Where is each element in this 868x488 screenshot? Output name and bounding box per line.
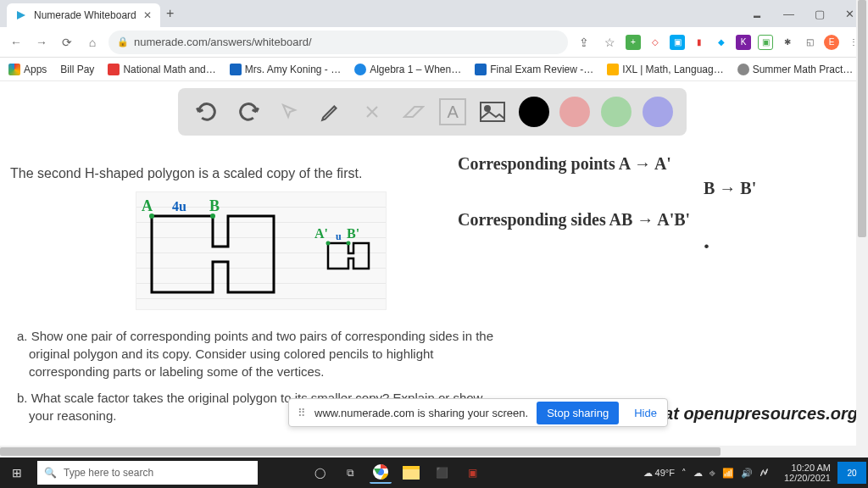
apps-icon bbox=[8, 64, 20, 75]
apps-button[interactable]: Apps bbox=[8, 64, 47, 75]
action-center-button[interactable]: 20 bbox=[837, 462, 866, 484]
color-purple[interactable] bbox=[643, 97, 673, 127]
bookmark-item[interactable]: Summer Math Pract… bbox=[737, 64, 854, 75]
tray-icon[interactable]: ⎆ bbox=[709, 468, 715, 478]
stop-sharing-button[interactable]: Stop sharing bbox=[537, 402, 619, 424]
color-green[interactable] bbox=[601, 97, 632, 127]
undo-button[interactable] bbox=[192, 97, 222, 127]
bookmark-item[interactable]: Final Exam Review -… bbox=[475, 64, 593, 75]
app-icon[interactable]: ▣ bbox=[461, 462, 483, 484]
bookmarks-bar: Apps Bill Pay National Math and… Mrs. Am… bbox=[0, 58, 868, 81]
ext-icon-5[interactable]: ◆ bbox=[714, 35, 729, 50]
onedrive-icon[interactable]: ☁ bbox=[693, 468, 703, 479]
ext-icon-1[interactable]: + bbox=[626, 35, 641, 50]
ext-icon-3[interactable]: ▣ bbox=[670, 35, 685, 50]
search-icon: 🔍 bbox=[44, 467, 57, 479]
bookmark-favicon bbox=[108, 64, 120, 75]
taskbar-search[interactable]: 🔍 Type here to search bbox=[37, 461, 258, 485]
handwriting-area: Corresponding points A → A' B → B' Corre… bbox=[458, 154, 848, 252]
battery-icon[interactable]: 🗲 bbox=[760, 468, 769, 478]
extensions-menu-icon[interactable]: ✱ bbox=[780, 35, 795, 50]
cortana-button[interactable]: ⧉ bbox=[339, 462, 361, 484]
window-close-icon[interactable]: ✕ bbox=[845, 8, 854, 20]
address-bar[interactable]: 🔒 numerade.com/answers/whiteboard/ bbox=[108, 30, 568, 54]
windows-taskbar: ⊞ 🔍 Type here to search ◯ ⧉ ⬛ ▣ ☁ 49°F ˄… bbox=[0, 458, 868, 488]
bookmark-item[interactable]: Mrs. Amy Koning - … bbox=[230, 64, 341, 75]
svg-point-3 bbox=[149, 214, 154, 219]
svg-rect-10 bbox=[403, 469, 420, 480]
whiteboard-toolbar: A bbox=[178, 88, 687, 136]
text-tool[interactable]: A bbox=[439, 98, 466, 125]
label-Bprime: B' bbox=[347, 226, 359, 241]
hand-line-2: B → B' bbox=[458, 179, 848, 198]
color-black[interactable] bbox=[519, 97, 549, 127]
horizontal-scrollbar[interactable] bbox=[0, 446, 856, 458]
browser-titlebar: Numerade Whiteboard ✕ + 🗕 — ▢ ✕ bbox=[0, 0, 868, 27]
reload-button[interactable]: ⟳ bbox=[58, 36, 76, 49]
lock-icon: 🔒 bbox=[117, 36, 129, 47]
extension-icons: + ◇ ▣ ▮ ◆ K ▣ ✱ ◱ E ⋮ bbox=[626, 35, 861, 50]
color-red[interactable] bbox=[559, 97, 590, 127]
url-text: numerade.com/answers/whiteboard/ bbox=[134, 36, 312, 48]
image-tool[interactable] bbox=[477, 97, 508, 127]
bookmark-item[interactable]: Bill Pay bbox=[60, 64, 94, 75]
tab-title: Numerade Whiteboard bbox=[34, 9, 136, 21]
start-button[interactable]: ⊞ bbox=[0, 466, 34, 480]
tray-chevron-icon[interactable]: ˄ bbox=[682, 468, 687, 479]
back-button[interactable]: ← bbox=[7, 36, 25, 49]
url-bar: ← → ⟳ ⌂ 🔒 numerade.com/answers/whiteboar… bbox=[0, 27, 868, 58]
weather-widget[interactable]: ☁ 49°F bbox=[643, 468, 675, 479]
bookmark-item[interactable]: Algebra 1 – When… bbox=[354, 64, 461, 75]
tab-close-icon[interactable]: ✕ bbox=[143, 9, 152, 21]
home-button[interactable]: ⌂ bbox=[83, 36, 102, 49]
bookmark-favicon bbox=[737, 64, 749, 75]
question-intro: The second H-shaped polygon is a scaled … bbox=[10, 166, 362, 181]
window-minimize-down-icon[interactable]: — bbox=[783, 8, 794, 20]
profile-avatar[interactable]: E bbox=[824, 35, 839, 50]
diagram-area: A 4u B A' u B' bbox=[136, 191, 387, 310]
ext-icon-6[interactable]: K bbox=[736, 35, 751, 50]
taskbar-clock[interactable]: 10:20 AM 12/20/2021 bbox=[777, 463, 837, 483]
redo-button[interactable] bbox=[233, 97, 264, 127]
cast-icon[interactable]: ◱ bbox=[802, 35, 817, 50]
hand-line-1: Corresponding points A → A' bbox=[458, 154, 848, 174]
bookmark-favicon bbox=[230, 64, 242, 75]
explorer-icon[interactable] bbox=[400, 462, 422, 484]
volume-icon[interactable]: 🔊 bbox=[741, 468, 753, 479]
bookmark-item[interactable]: IXL | Math, Languag… bbox=[607, 64, 723, 75]
star-icon[interactable]: ☆ bbox=[600, 36, 619, 49]
svg-point-4 bbox=[210, 214, 215, 219]
pointer-tool[interactable] bbox=[275, 97, 305, 127]
tab-favicon bbox=[15, 9, 27, 21]
vertical-scrollbar[interactable] bbox=[856, 0, 868, 458]
task-view-button[interactable]: ◯ bbox=[309, 462, 331, 484]
scrollbar-thumb[interactable] bbox=[858, 0, 866, 237]
bookmark-favicon bbox=[607, 64, 619, 75]
hide-sharebar-button[interactable]: Hide bbox=[627, 407, 664, 419]
share-icon[interactable]: ⇪ bbox=[575, 36, 593, 49]
tools-button[interactable] bbox=[357, 97, 387, 127]
page-content: A The second H-shaped polygon is a scale… bbox=[0, 81, 868, 458]
window-maximize-icon[interactable]: ▢ bbox=[815, 8, 825, 20]
svg-point-5 bbox=[326, 241, 331, 246]
ext-icon-2[interactable]: ◇ bbox=[648, 35, 663, 50]
hand-line-3: Corresponding sides AB → A'B' bbox=[458, 210, 848, 230]
label-4u: 4u bbox=[172, 199, 186, 214]
scrollbar-thumb[interactable] bbox=[0, 447, 721, 456]
browser-tab[interactable]: Numerade Whiteboard ✕ bbox=[7, 3, 160, 27]
share-grip-icon[interactable]: ⠿ bbox=[298, 407, 306, 419]
label-A: A bbox=[142, 197, 153, 214]
store-icon[interactable]: ⬛ bbox=[431, 462, 453, 484]
bookmark-item[interactable]: National Math and… bbox=[108, 64, 215, 75]
window-minimize-icon[interactable]: 🗕 bbox=[752, 8, 763, 20]
ext-icon-7[interactable]: ▣ bbox=[758, 35, 773, 50]
pen-tool[interactable] bbox=[315, 97, 346, 127]
wifi-icon[interactable]: 📶 bbox=[722, 468, 734, 479]
share-message: www.numerade.com is sharing your screen. bbox=[314, 407, 528, 419]
label-Aprime: A' bbox=[314, 226, 328, 241]
chrome-icon[interactable] bbox=[370, 462, 392, 484]
new-tab-button[interactable]: + bbox=[160, 6, 181, 21]
ext-icon-4[interactable]: ▮ bbox=[692, 35, 707, 50]
forward-button[interactable]: → bbox=[32, 36, 51, 49]
eraser-tool[interactable] bbox=[398, 97, 429, 127]
